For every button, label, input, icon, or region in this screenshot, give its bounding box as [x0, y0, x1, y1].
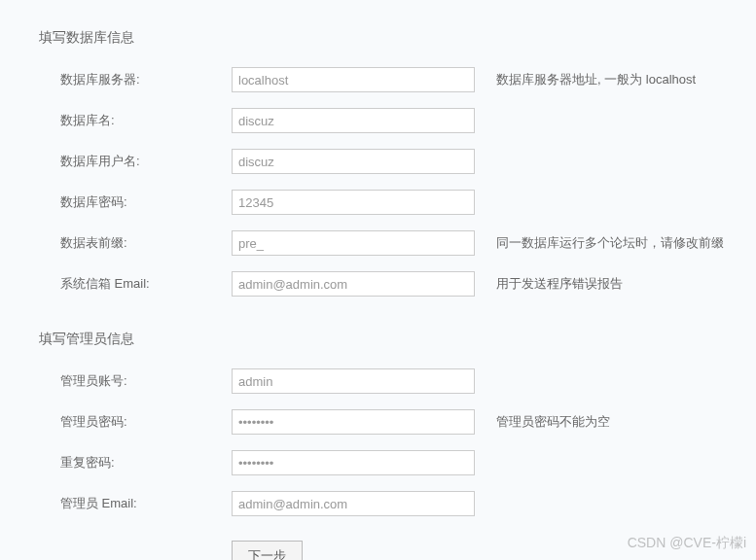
admin-section: 管理员账号: 管理员密码: 管理员密码不能为空 重复密码: 管理员 Email:: [39, 368, 756, 517]
db-name-input[interactable]: [232, 108, 475, 133]
action-row: 下一步: [39, 541, 756, 560]
db-section: 数据库服务器: 数据库服务器地址, 一般为 localhost 数据库名: 数据…: [39, 66, 756, 298]
db-server-input[interactable]: [232, 67, 475, 92]
section-gap: [39, 311, 756, 331]
admin-pass2-input[interactable]: [232, 450, 475, 475]
db-prefix-input[interactable]: [232, 230, 475, 256]
admin-pass-row: 管理员密码: 管理员密码不能为空: [60, 408, 756, 436]
admin-section-title: 填写管理员信息: [39, 331, 756, 348]
admin-pass-hint: 管理员密码不能为空: [496, 413, 610, 431]
admin-pass2-label: 重复密码:: [60, 454, 232, 472]
db-prefix-row: 数据表前缀: 同一数据库运行多个论坛时，请修改前缀: [60, 229, 756, 257]
db-email-row: 系统信箱 Email: 用于发送程序错误报告: [60, 270, 756, 298]
admin-pass-input[interactable]: [232, 409, 475, 435]
db-user-label: 数据库用户名:: [60, 153, 232, 170]
db-pass-label: 数据库密码:: [60, 193, 232, 211]
admin-account-input[interactable]: [232, 368, 475, 394]
admin-pass2-row: 重复密码:: [60, 449, 756, 476]
admin-account-label: 管理员账号:: [60, 372, 232, 390]
admin-email-row: 管理员 Email:: [60, 490, 756, 517]
admin-email-label: 管理员 Email:: [60, 495, 232, 512]
install-form: 填写数据库信息 数据库服务器: 数据库服务器地址, 一般为 localhost …: [0, 0, 756, 560]
db-name-row: 数据库名:: [60, 107, 756, 134]
db-server-row: 数据库服务器: 数据库服务器地址, 一般为 localhost: [60, 66, 756, 93]
db-email-hint: 用于发送程序错误报告: [496, 275, 623, 293]
db-name-label: 数据库名:: [60, 112, 232, 129]
admin-account-row: 管理员账号:: [60, 368, 756, 395]
db-pass-input[interactable]: [232, 190, 475, 215]
db-pass-row: 数据库密码:: [60, 189, 756, 216]
db-server-hint: 数据库服务器地址, 一般为 localhost: [496, 71, 696, 88]
db-user-input[interactable]: [232, 149, 475, 174]
db-prefix-label: 数据表前缀:: [60, 234, 232, 252]
db-email-label: 系统信箱 Email:: [60, 275, 232, 293]
admin-pass-label: 管理员密码:: [60, 413, 232, 431]
db-user-row: 数据库用户名:: [60, 148, 756, 175]
db-prefix-hint: 同一数据库运行多个论坛时，请修改前缀: [496, 234, 724, 252]
admin-email-input[interactable]: [232, 491, 475, 516]
next-button[interactable]: 下一步: [232, 541, 303, 560]
db-server-label: 数据库服务器:: [60, 71, 232, 88]
db-section-title: 填写数据库信息: [39, 29, 756, 47]
db-email-input[interactable]: [232, 271, 475, 297]
